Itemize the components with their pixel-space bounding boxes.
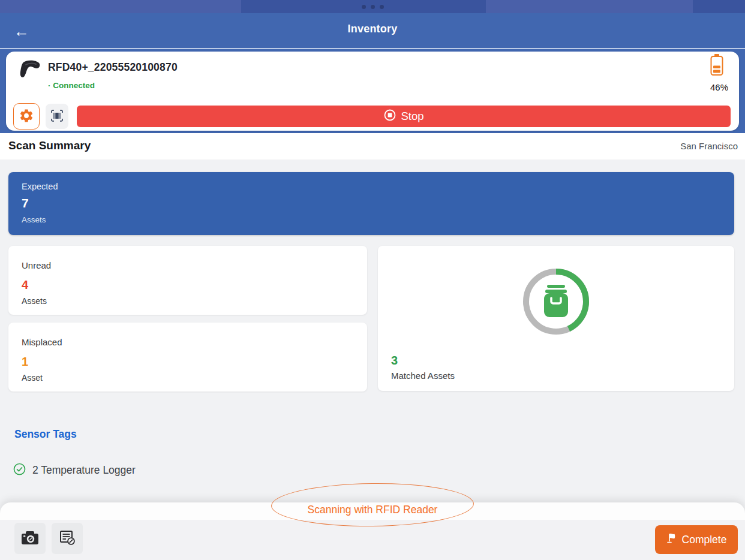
app-bar: ← Inventory — [0, 13, 745, 48]
misplaced-unit: Asset — [22, 373, 43, 383]
connection-status: · Connected — [48, 81, 95, 90]
header-divider — [0, 48, 745, 49]
matched-card[interactable]: 3 Matched Assets — [378, 246, 734, 391]
expected-card[interactable]: Expected 7 Assets — [8, 172, 734, 235]
stop-button[interactable]: Stop — [77, 106, 731, 127]
settings-button[interactable] — [13, 103, 40, 130]
sensor-tag-item[interactable]: 2 Temperature Logger — [13, 463, 136, 478]
unread-value: 4 — [22, 278, 28, 292]
scan-summary-band: Scan Summary San Francisco — [0, 133, 745, 159]
asset-box-icon — [544, 285, 568, 317]
multitask-dots-icon — [0, 5, 745, 9]
sensor-tags-link[interactable]: Sensor Tags — [14, 428, 77, 441]
complete-button[interactable]: Complete — [655, 525, 738, 554]
sensor-tag-text: 2 Temperature Logger — [32, 464, 136, 477]
expected-unit: Assets — [22, 215, 46, 224]
location-label: San Francisco — [680, 141, 738, 151]
unread-card[interactable]: Unread 4 Assets — [8, 246, 367, 315]
reader-device-card: RFD40+_22055520100870 · Connected 46% — [6, 52, 739, 131]
misplaced-card[interactable]: Misplaced 1 Asset — [8, 323, 367, 392]
complete-label: Complete — [682, 534, 727, 546]
camera-button[interactable] — [14, 523, 46, 554]
bottom-sheet: Complete — [0, 502, 745, 560]
camera-icon — [20, 529, 40, 548]
barcode-icon — [49, 108, 65, 125]
misplaced-value: 1 — [22, 355, 28, 369]
note-edit-icon — [58, 529, 76, 548]
unread-unit: Assets — [22, 296, 47, 306]
device-name: RFD40+_22055520100870 — [48, 61, 178, 74]
expected-label: Expected — [22, 182, 58, 191]
rfid-scanner-image — [18, 58, 44, 84]
inventory-screen: ← Inventory RFD40+_22055520100870 · Conn… — [0, 0, 745, 560]
barcode-scan-button[interactable] — [46, 104, 68, 129]
footer-toolbar — [0, 520, 745, 560]
matched-value: 3 — [391, 354, 398, 368]
app-header-region: ← Inventory RFD40+_22055520100870 · Conn… — [0, 13, 745, 133]
status-bar — [0, 0, 745, 13]
battery-icon — [710, 54, 723, 76]
gear-icon — [19, 108, 34, 125]
stop-icon — [383, 109, 396, 125]
matched-label: Matched Assets — [391, 371, 455, 381]
flag-icon — [666, 532, 677, 547]
page-title: Inventory — [0, 23, 745, 35]
battery-percent: 46% — [710, 82, 728, 92]
edit-notes-button[interactable] — [52, 523, 83, 554]
misplaced-label: Misplaced — [22, 337, 62, 347]
scan-summary-title: Scan Summary — [8, 139, 91, 152]
unread-label: Unread — [22, 260, 51, 270]
check-circle-icon — [13, 463, 26, 478]
expected-value: 7 — [22, 196, 29, 210]
matched-progress-ring — [521, 267, 591, 336]
stop-label: Stop — [401, 110, 423, 123]
